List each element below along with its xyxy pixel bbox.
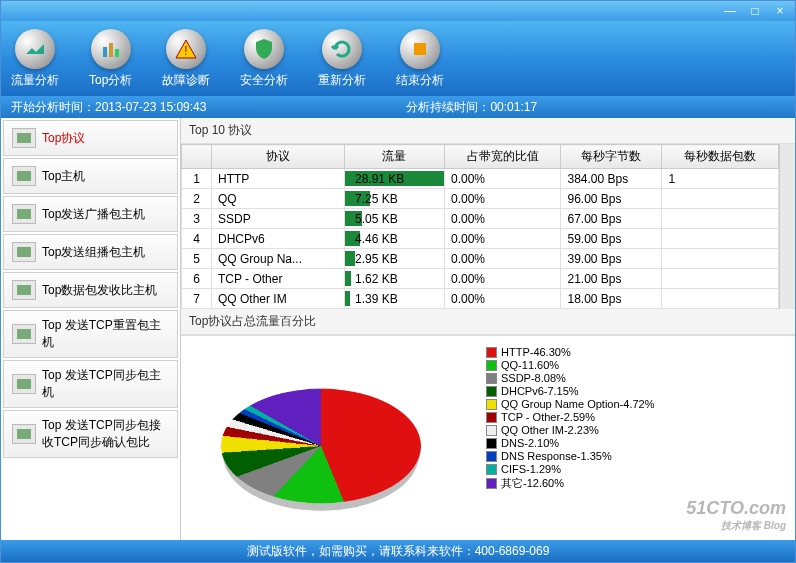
- close-button[interactable]: ×: [770, 4, 790, 18]
- legend-item: DNS-2.10%: [486, 437, 654, 449]
- cell-pps: [662, 209, 779, 229]
- protocol-table: 协议流量占带宽的比值每秒字节数每秒数据包数 1 HTTP 28.91 KB 0.…: [181, 144, 779, 309]
- cell-pps: [662, 269, 779, 289]
- svg-rect-4: [414, 43, 426, 55]
- toolbar-item-5[interactable]: 结束分析: [396, 29, 444, 89]
- table-row[interactable]: 3 SSDP 5.05 KB 0.00% 67.00 Bps: [182, 209, 779, 229]
- list-icon: [12, 204, 36, 224]
- table-wrapper[interactable]: 协议流量占带宽的比值每秒字节数每秒数据包数 1 HTTP 28.91 KB 0.…: [181, 144, 795, 309]
- sidebar-label: Top 发送TCP重置包主机: [42, 317, 169, 351]
- table-row[interactable]: 7 QQ Other IM 1.39 KB 0.00% 18.00 Bps: [182, 289, 779, 309]
- start-time-label: 开始分析时间：: [11, 99, 95, 116]
- table-scrollbar[interactable]: [779, 144, 795, 309]
- titlebar: — □ ×: [1, 1, 795, 21]
- cell-protocol: QQ: [212, 189, 345, 209]
- toolbar-item-1[interactable]: Top分析: [89, 29, 132, 89]
- bars-icon: [91, 29, 131, 69]
- footer-text: 测试版软件，如需购买，请联系科来软件：400-6869-069: [247, 543, 550, 560]
- legend-label: DNS Response-1.35%: [501, 450, 612, 462]
- legend-label: 其它-12.60%: [501, 476, 564, 491]
- sidebar-label: Top发送组播包主机: [42, 244, 145, 261]
- table-header[interactable]: 协议: [212, 145, 345, 169]
- cell-protocol: TCP - Other: [212, 269, 345, 289]
- sidebar-label: Top数据包发收比主机: [42, 282, 157, 299]
- toolbar-item-3[interactable]: 安全分析: [240, 29, 288, 89]
- content-panel: Top 10 协议 协议流量占带宽的比值每秒字节数每秒数据包数 1 HTTP 2…: [181, 118, 795, 540]
- sidebar-label: Top主机: [42, 168, 85, 185]
- legend-swatch: [486, 399, 497, 410]
- table-row[interactable]: 4 DHCPv6 4.46 KB 0.00% 59.00 Bps: [182, 229, 779, 249]
- row-index: 7: [182, 289, 212, 309]
- sidebar-item-2[interactable]: Top发送广播包主机: [3, 196, 178, 232]
- table-row[interactable]: 5 QQ Group Na... 2.95 KB 0.00% 39.00 Bps: [182, 249, 779, 269]
- list-icon: [12, 242, 36, 262]
- sidebar-label: Top发送广播包主机: [42, 206, 145, 223]
- cell-protocol: HTTP: [212, 169, 345, 189]
- chart-legend: HTTP-46.30%QQ-11.60%SSDP-8.08%DHCPv6-7.1…: [486, 346, 654, 530]
- sidebar-item-7[interactable]: Top 发送TCP同步包接收TCP同步确认包比: [3, 410, 178, 458]
- cell-traffic: 2.95 KB: [344, 249, 444, 269]
- row-index: 5: [182, 249, 212, 269]
- list-icon: [12, 128, 36, 148]
- duration-value: 00:01:17: [490, 100, 537, 114]
- stop-icon: [400, 29, 440, 69]
- table-header[interactable]: 每秒数据包数: [662, 145, 779, 169]
- sidebar-item-4[interactable]: Top数据包发收比主机: [3, 272, 178, 308]
- row-index: 1: [182, 169, 212, 189]
- cell-pps: [662, 229, 779, 249]
- toolbar-item-2[interactable]: !故障诊断: [162, 29, 210, 89]
- legend-item: SSDP-8.08%: [486, 372, 654, 384]
- sidebar: Top协议Top主机Top发送广播包主机Top发送组播包主机Top数据包发收比主…: [1, 118, 181, 540]
- table-row[interactable]: 6 TCP - Other 1.62 KB 0.00% 21.00 Bps: [182, 269, 779, 289]
- cell-bandwidth: 0.00%: [444, 269, 560, 289]
- legend-swatch: [486, 386, 497, 397]
- toolbar-label: 结束分析: [396, 72, 444, 89]
- table-header[interactable]: 每秒字节数: [561, 145, 662, 169]
- legend-swatch: [486, 464, 497, 475]
- svg-rect-0: [103, 47, 107, 57]
- legend-swatch: [486, 373, 497, 384]
- legend-item: DNS Response-1.35%: [486, 450, 654, 462]
- toolbar-label: 安全分析: [240, 72, 288, 89]
- cell-bps: 67.00 Bps: [561, 209, 662, 229]
- sidebar-item-5[interactable]: Top 发送TCP重置包主机: [3, 310, 178, 358]
- minimize-button[interactable]: —: [720, 4, 740, 18]
- status-bar: 开始分析时间： 2013-07-23 15:09:43 分析持续时间： 00:0…: [1, 96, 795, 118]
- sidebar-item-0[interactable]: Top协议: [3, 120, 178, 156]
- cell-bandwidth: 0.00%: [444, 249, 560, 269]
- cell-traffic: 5.05 KB: [344, 209, 444, 229]
- main-toolbar: 流量分析Top分析!故障诊断安全分析重新分析结束分析: [1, 21, 795, 96]
- cell-pps: [662, 189, 779, 209]
- cell-pps: [662, 249, 779, 269]
- cell-traffic: 7.25 KB: [344, 189, 444, 209]
- legend-label: DNS-2.10%: [501, 437, 559, 449]
- sidebar-item-3[interactable]: Top发送组播包主机: [3, 234, 178, 270]
- chart-title: Top协议占总流量百分比: [181, 309, 795, 335]
- table-header[interactable]: 流量: [344, 145, 444, 169]
- toolbar-label: 故障诊断: [162, 72, 210, 89]
- toolbar-item-0[interactable]: 流量分析: [11, 29, 59, 89]
- sidebar-item-6[interactable]: Top 发送TCP同步包主机: [3, 360, 178, 408]
- legend-label: TCP - Other-2.59%: [501, 411, 595, 423]
- shield-icon: [244, 29, 284, 69]
- svg-text:!: !: [185, 44, 188, 58]
- cell-traffic: 1.62 KB: [344, 269, 444, 289]
- cell-traffic: 4.46 KB: [344, 229, 444, 249]
- maximize-button[interactable]: □: [745, 4, 765, 18]
- main-area: Top协议Top主机Top发送广播包主机Top发送组播包主机Top数据包发收比主…: [1, 118, 795, 540]
- sidebar-item-1[interactable]: Top主机: [3, 158, 178, 194]
- warn-icon: !: [166, 29, 206, 69]
- table-row[interactable]: 1 HTTP 28.91 KB 0.00% 384.00 Bps 1: [182, 169, 779, 189]
- row-index: 2: [182, 189, 212, 209]
- table-header[interactable]: [182, 145, 212, 169]
- legend-label: SSDP-8.08%: [501, 372, 566, 384]
- cell-bps: 384.00 Bps: [561, 169, 662, 189]
- toolbar-label: 重新分析: [318, 72, 366, 89]
- cell-bandwidth: 0.00%: [444, 169, 560, 189]
- cell-traffic: 28.91 KB: [344, 169, 444, 189]
- toolbar-item-4[interactable]: 重新分析: [318, 29, 366, 89]
- table-header[interactable]: 占带宽的比值: [444, 145, 560, 169]
- table-row[interactable]: 2 QQ 7.25 KB 0.00% 96.00 Bps: [182, 189, 779, 209]
- sidebar-label: Top 发送TCP同步包接收TCP同步确认包比: [42, 417, 169, 451]
- start-time-value: 2013-07-23 15:09:43: [95, 100, 206, 114]
